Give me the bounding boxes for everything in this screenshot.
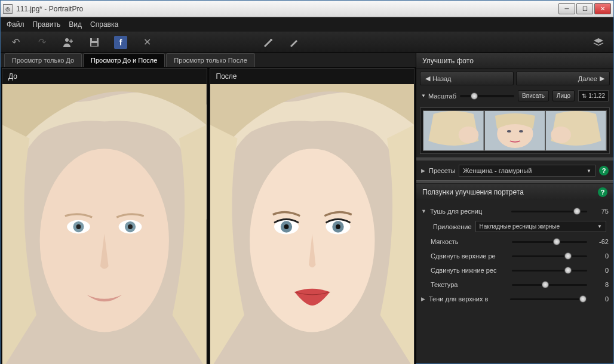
- slider-softness-value: -62: [591, 238, 609, 245]
- slider-knob[interactable]: [553, 238, 560, 245]
- svg-point-12: [128, 224, 133, 229]
- before-label: До: [2, 69, 207, 84]
- slider-upper-shadow[interactable]: [510, 298, 587, 300]
- before-photo[interactable]: [2, 84, 207, 364]
- updown-icon: ⇅: [582, 92, 587, 99]
- chevron-down-icon: ▼: [421, 93, 426, 98]
- collapse-icon[interactable]: ▼: [421, 208, 426, 214]
- application-select[interactable]: Накладные ресницы жирные▼: [475, 221, 606, 232]
- menu-edit[interactable]: Править: [33, 20, 61, 29]
- app-icon: ◎: [3, 4, 13, 14]
- slider-softness-label: Мягкость: [431, 238, 508, 245]
- presets-label: Пресеты: [429, 167, 455, 174]
- slider-upper-shadow-value: 0: [591, 295, 609, 303]
- chevron-down-icon: ▼: [597, 224, 602, 229]
- after-photo[interactable]: [210, 84, 415, 364]
- menu-view[interactable]: Вид: [69, 20, 82, 29]
- side-panel: Улучшить фото ◀Назад Далее▶ ▼Масштаб Впи…: [416, 53, 613, 363]
- next-button[interactable]: Далее▶: [516, 72, 610, 85]
- slider-texture-label: Текстура: [431, 281, 508, 288]
- after-pane: После: [210, 68, 415, 364]
- svg-point-9: [76, 224, 81, 229]
- slider-texture[interactable]: [512, 284, 587, 286]
- chevron-left-icon: ◀: [425, 75, 430, 82]
- toolbar: ↶ ↷ f ✕: [1, 32, 613, 53]
- thumbnail-strip[interactable]: [420, 107, 610, 154]
- slider-mascara-value: 75: [591, 208, 609, 215]
- menu-file[interactable]: Файл: [7, 20, 24, 29]
- menubar: Файл Править Вид Справка: [1, 17, 613, 32]
- minimize-button[interactable]: ─: [558, 3, 575, 14]
- brush-enhance-icon[interactable]: [286, 35, 302, 50]
- slider-knob[interactable]: [564, 252, 572, 260]
- slider-shift-upper-label: Сдвинуть верхние ре: [431, 252, 508, 260]
- thumb-3[interactable]: [545, 110, 607, 151]
- chevron-right-icon: ▶: [600, 75, 604, 82]
- svg-point-25: [507, 130, 511, 132]
- svg-rect-3: [91, 43, 97, 46]
- menu-help[interactable]: Справка: [90, 20, 118, 29]
- slider-upper-shadow-label: Тени для верхних в: [429, 295, 506, 303]
- before-pane: До: [2, 68, 207, 364]
- sliders-title: Ползунки улучшения портрета: [422, 188, 524, 196]
- slider-knob[interactable]: [579, 295, 587, 303]
- svg-point-22: [459, 127, 479, 143]
- close-button[interactable]: ✕: [594, 3, 611, 14]
- slider-mascara-label: Тушь для ресниц: [430, 208, 508, 215]
- slider-shift-lower-value: 0: [591, 267, 609, 274]
- tab-before-only[interactable]: Просмотр только До: [4, 53, 82, 67]
- undo-icon[interactable]: ↶: [8, 35, 23, 50]
- maximize-button[interactable]: ☐: [576, 3, 593, 14]
- thumb-2[interactable]: [484, 110, 546, 151]
- help-icon[interactable]: ?: [599, 166, 609, 175]
- slider-shift-upper-value: 0: [591, 252, 609, 260]
- chevron-down-icon: ▼: [587, 168, 591, 174]
- back-button[interactable]: ◀Назад: [420, 72, 514, 85]
- window-title: 111.jpg* - PortraitPro: [16, 5, 558, 13]
- expand-icon[interactable]: ▶: [421, 296, 425, 302]
- slider-mascara[interactable]: [511, 211, 587, 212]
- cancel-icon[interactable]: ✕: [139, 35, 155, 50]
- tab-before-after[interactable]: Просмотр До и После: [83, 53, 165, 67]
- svg-point-17: [284, 224, 288, 229]
- slider-shift-lower-label: Сдвинуть нижние рес: [431, 267, 508, 274]
- slider-softness[interactable]: [512, 241, 587, 243]
- brush-restore-icon[interactable]: [260, 35, 275, 50]
- facebook-icon[interactable]: f: [113, 35, 128, 50]
- zoom-slider[interactable]: [460, 95, 514, 97]
- fit-button[interactable]: Вписать: [518, 90, 549, 101]
- view-tabs: Просмотр только До Просмотр До и После П…: [1, 53, 416, 67]
- slider-knob[interactable]: [542, 281, 549, 288]
- svg-point-4: [270, 39, 272, 41]
- enhance-title: Улучшить фото: [416, 53, 613, 69]
- save-icon[interactable]: [87, 35, 102, 50]
- expand-presets-icon[interactable]: ▶: [421, 168, 425, 174]
- face-button[interactable]: Лицо: [552, 90, 575, 101]
- app-window: ◎ 111.jpg* - PortraitPro ─ ☐ ✕ Файл Прав…: [0, 0, 614, 364]
- tab-after-only[interactable]: Просмотр только После: [166, 53, 254, 67]
- main-area: Просмотр только До Просмотр До и После П…: [1, 53, 416, 363]
- svg-point-20: [336, 224, 340, 229]
- application-label: Приложение: [433, 223, 472, 230]
- add-person-icon[interactable]: [60, 35, 76, 50]
- layers-icon[interactable]: [591, 35, 606, 50]
- svg-point-28: [551, 127, 572, 143]
- after-label: После: [210, 69, 415, 84]
- sliders-area: ▼ Тушь для ресниц 75 Приложение Накладны…: [416, 200, 613, 363]
- thumb-1[interactable]: [423, 110, 484, 151]
- zoom-label[interactable]: ▼Масштаб: [421, 92, 456, 100]
- redo-icon[interactable]: ↷: [34, 35, 50, 50]
- slider-knob[interactable]: [564, 267, 572, 274]
- slider-knob[interactable]: [573, 208, 581, 215]
- help-icon[interactable]: ?: [598, 187, 607, 197]
- slider-texture-value: 8: [591, 281, 609, 288]
- zoom-knob[interactable]: [471, 92, 478, 100]
- svg-point-26: [519, 130, 523, 132]
- svg-rect-2: [92, 38, 97, 41]
- zoom-ratio[interactable]: ⇅1:1.22: [578, 90, 609, 101]
- slider-shift-upper[interactable]: [512, 255, 587, 257]
- titlebar: ◎ 111.jpg* - PortraitPro ─ ☐ ✕: [1, 1, 613, 17]
- preset-select[interactable]: Женщина - гламурный▼: [459, 165, 595, 177]
- svg-point-0: [65, 38, 69, 42]
- slider-shift-lower[interactable]: [512, 270, 587, 272]
